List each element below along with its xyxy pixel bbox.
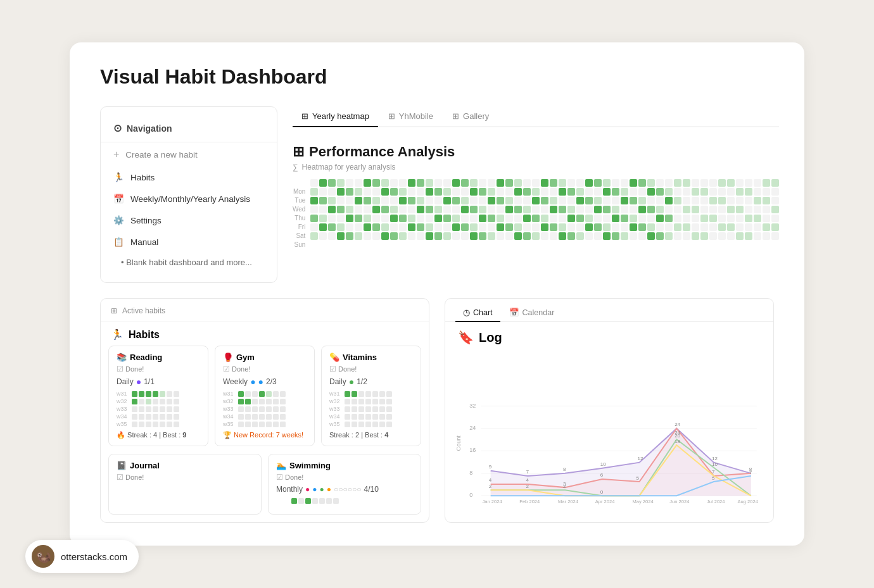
tab-gallery[interactable]: ⊞ Gallery (443, 106, 498, 127)
log-title: 🔖 Log (445, 322, 773, 350)
heatmap-cell (390, 197, 398, 204)
heatmap-cell (443, 232, 451, 240)
active-habits-panel: ⊞ Active habits 🏃 Habits 📚 Reading ☑Done… (100, 298, 429, 523)
heatmap-col (310, 179, 318, 240)
heatmap-col (497, 179, 504, 240)
svg-text:2: 2 (489, 484, 492, 489)
heatmap-cell (479, 206, 486, 213)
heatmap-cell (576, 215, 584, 222)
habit-card-swimming: 🏊 Swimming ☑Done! Monthly ●●●● ○○○○○○ 4/… (268, 454, 421, 515)
heatmap-cell (328, 197, 336, 204)
heatmap-cell (727, 179, 735, 187)
svg-text:8: 8 (563, 466, 566, 472)
analysis-label: Weekly/Monthly/Yearly Analysis (130, 194, 250, 204)
heatmap-cell (638, 223, 646, 231)
heatmap-cell (390, 188, 398, 196)
heatmap-col (763, 179, 770, 240)
heatmap-cell (319, 197, 327, 204)
svg-text:Jun 2024: Jun 2024 (669, 499, 689, 504)
heatmap-cell (754, 232, 761, 240)
heatmap-cell (390, 232, 398, 240)
heatmap-cell (718, 215, 726, 222)
heatmap-cell (585, 197, 593, 204)
tab-yearly-heatmap[interactable]: ⊞ Yearly heatmap (293, 106, 378, 127)
heatmap-cell (647, 179, 655, 187)
create-habit-button[interactable]: + Create a new habit (101, 142, 277, 166)
heatmap-cell (532, 197, 540, 204)
day-label-sun: Sun (293, 241, 305, 249)
heatmap-cell (337, 179, 345, 187)
tab-calendar[interactable]: 📅 Calendar (502, 304, 562, 322)
chart-panel: ◷ Chart 📅 Calendar 🔖 Log 0 8 16 24 (445, 298, 774, 523)
gym-frequency: Weekly ● ● 2/3 (223, 377, 307, 387)
svg-text:16: 16 (469, 447, 476, 453)
heatmap-cell (656, 215, 664, 222)
sidebar-item-manual[interactable]: 📋 Manual (101, 231, 277, 253)
heatmap-cell (355, 232, 362, 240)
heatmap-cell (585, 223, 593, 231)
heatmap-cell (372, 206, 380, 213)
heatmap-cell (700, 197, 708, 204)
heatmap-cell (381, 223, 389, 231)
heatmap-cell (745, 206, 752, 213)
tab-yhmobile[interactable]: ⊞ YhMobile (379, 106, 442, 127)
heatmap-cell (550, 197, 557, 204)
heatmap-cell (638, 215, 646, 222)
heatmap-col (736, 179, 744, 240)
heatmap-cell (408, 215, 415, 222)
heatmap-cell (665, 197, 673, 204)
heatmap-cell (559, 215, 566, 222)
nav-header: ⊙ Navigation (101, 117, 277, 142)
habits-label: Habits (130, 173, 155, 182)
heatmap-cell (346, 206, 353, 213)
tab-chart[interactable]: ◷ Chart (455, 304, 500, 322)
svg-text:0: 0 (469, 492, 472, 498)
heatmap-col (692, 179, 699, 240)
heatmap-cell (576, 206, 584, 213)
heatmap-cell (408, 179, 415, 187)
heatmap-cell (736, 223, 744, 231)
heatmap-cell (381, 206, 389, 213)
heatmap-cell (434, 232, 442, 240)
heatmap-cell (692, 197, 699, 204)
chart-area: 0 8 16 24 32 Jan 2024 Feb 2024 Mar 2024 … (445, 350, 773, 515)
heatmap-cell (603, 215, 611, 222)
heatmap-cell (452, 188, 460, 196)
heatmap-cell (505, 215, 513, 222)
vitamins-emoji: 💊 (329, 353, 339, 362)
heatmap-cell (390, 215, 398, 222)
heatmap-cell (514, 188, 522, 196)
manual-label: Manual (130, 237, 158, 247)
heatmap-cell (328, 232, 336, 240)
heatmap-cell (692, 215, 699, 222)
heatmap-cell (718, 232, 726, 240)
sidebar-item-settings[interactable]: ⚙️ Settings (101, 210, 277, 231)
heatmap-cell (497, 206, 504, 213)
vitamins-done: ☑Done! (329, 365, 413, 373)
heatmap-cell (434, 215, 442, 222)
sidebar-item-habits[interactable]: 🏃 Habits (101, 166, 277, 188)
settings-label: Settings (130, 216, 162, 225)
heatmap-cell (638, 197, 646, 204)
heatmap-cell (488, 179, 495, 187)
heatmap-cell (612, 232, 619, 240)
heatmap-cell (550, 232, 557, 240)
heatmap-cell (630, 206, 637, 213)
heatmap-col (656, 179, 664, 240)
habits-title-text: Habits (129, 329, 160, 341)
heatmap-cell (523, 206, 531, 213)
heatmap-cell (337, 223, 345, 231)
heatmap-cell (452, 232, 460, 240)
heatmap-cell (514, 215, 522, 222)
heatmap-cell (381, 232, 389, 240)
calendar-icon: 📅 (509, 308, 519, 317)
heatmap-col (665, 179, 673, 240)
heatmap-cell (603, 232, 611, 240)
heatmap-col (771, 179, 779, 240)
heatmap-cell (461, 188, 469, 196)
log-title-text: Log (479, 330, 502, 345)
heatmap-cell (576, 223, 584, 231)
heatmap-cell (417, 223, 424, 231)
sidebar-item-analysis[interactable]: 📅 Weekly/Monthly/Yearly Analysis (101, 188, 277, 210)
chart-clock-icon: ◷ (463, 308, 470, 317)
